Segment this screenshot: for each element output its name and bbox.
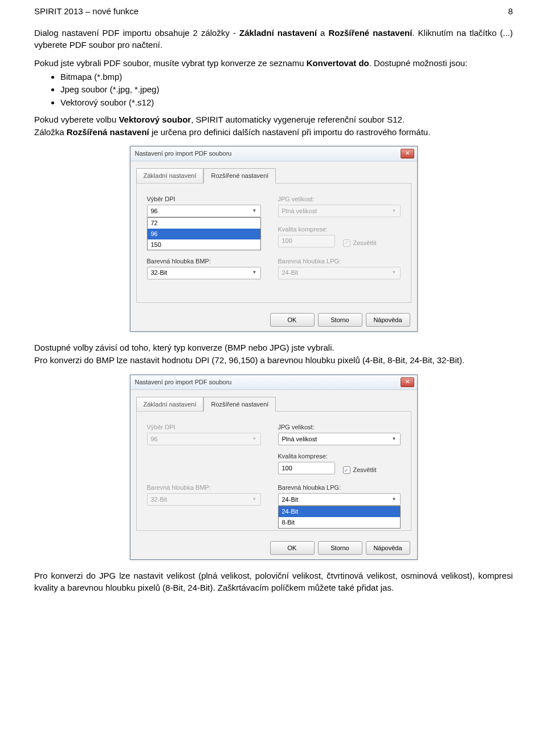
paragraph-5: Dostupné volby závisí od toho, který typ… xyxy=(34,342,513,353)
paragraph-7: Pro konverzi do JPG lze nastavit velikos… xyxy=(34,570,513,594)
lpgdepth-dropdown: 24-Bit 8-Bit xyxy=(278,506,401,529)
jpgvel-combo: Plná velikost ▼ xyxy=(278,205,401,217)
pdf-import-dialog-1: Nastavení pro import PDF souboru ✕ Zákla… xyxy=(130,146,418,332)
lpgdepth-label: Barevná hloubka LPG: xyxy=(278,257,401,266)
ok-button[interactable]: OK xyxy=(270,541,315,555)
kvalita-input[interactable]: 100 xyxy=(278,462,335,474)
checkbox-icon: ✓ xyxy=(343,239,350,247)
bmpdepth-combo: 32-Bit ▼ xyxy=(147,493,261,506)
zesvetlit-checkbox[interactable]: ✓ Zesvětlit xyxy=(343,466,377,474)
chevron-down-icon: ▼ xyxy=(390,494,399,505)
titlebar: Nastavení pro import PDF souboru ✕ xyxy=(130,375,417,390)
paragraph-1: Dialog nastavení PDF importu obsahuje 2 … xyxy=(34,27,513,51)
chevron-down-icon: ▼ xyxy=(250,434,259,444)
kvalita-label: Kvalita komprese: xyxy=(278,225,401,234)
lpgdepth-combo[interactable]: 24-Bit ▼ xyxy=(278,493,401,506)
close-icon[interactable]: ✕ xyxy=(401,377,414,387)
titlebar: Nastavení pro import PDF souboru ✕ xyxy=(130,147,417,161)
tab-row: Základní nastavení Rozšířené nastavení xyxy=(136,397,411,412)
close-icon[interactable]: ✕ xyxy=(401,149,414,158)
button-row: OK Storno Nápověda xyxy=(130,308,417,331)
pdf-import-dialog-2: Nastavení pro import PDF souboru ✕ Zákla… xyxy=(130,375,418,560)
lpgdepth-option[interactable]: 8-Bit xyxy=(279,517,400,528)
dpi-combo[interactable]: 96 ▼ xyxy=(147,205,261,217)
paragraph-3: Pokud vyberete volbu Vektorový soubor, S… xyxy=(34,114,513,125)
chevron-down-icon: ▼ xyxy=(390,268,399,278)
chevron-down-icon: ▼ xyxy=(390,434,399,444)
checkbox-icon: ✓ xyxy=(343,466,350,474)
help-button[interactable]: Nápověda xyxy=(366,313,410,327)
chevron-down-icon: ▼ xyxy=(390,206,399,216)
chevron-down-icon: ▼ xyxy=(250,494,259,505)
tab-advanced[interactable]: Rozšířené nastavení xyxy=(203,168,276,184)
list-item: Jpeg soubor (*.jpg, *.jpeg) xyxy=(60,84,513,95)
tab-advanced[interactable]: Rozšířené nastavení xyxy=(203,397,276,412)
dpi-combo: 96 ▼ xyxy=(147,433,261,445)
cancel-button[interactable]: Storno xyxy=(318,541,362,555)
list-item: Vektorový soubor (*.s12) xyxy=(60,97,513,108)
kvalita-label: Kvalita komprese: xyxy=(278,452,401,461)
button-row: OK Storno Nápověda xyxy=(130,536,417,559)
bullet-list-1: Bitmapa (*.bmp) Jpeg soubor (*.jpg, *.jp… xyxy=(34,71,513,108)
jpgvel-label: JPG velikost: xyxy=(278,195,401,204)
dpi-label: Výběr DPI xyxy=(147,195,261,204)
dpi-label: Výběr DPI xyxy=(147,423,261,432)
ok-button[interactable]: OK xyxy=(270,313,315,327)
tab-panel: Výběr DPI 96 ▼ 72 96 150 JPG xyxy=(136,183,411,303)
chevron-down-icon: ▼ xyxy=(250,268,259,278)
dpi-dropdown: 72 96 150 xyxy=(147,217,261,251)
list-item: Bitmapa (*.bmp) xyxy=(60,71,513,83)
tab-basic[interactable]: Základní nastavení xyxy=(136,397,204,412)
bmpdepth-label: Barevná hloubka BMP: xyxy=(147,257,261,266)
tab-panel: Výběr DPI 96 ▼ JPG velikost: Plná veliko… xyxy=(136,411,411,531)
lpgdepth-option[interactable]: 24-Bit xyxy=(279,506,400,517)
doc-title: SPIRIT 2013 – nové funkce xyxy=(34,6,138,17)
bmpdepth-combo[interactable]: 32-Bit ▼ xyxy=(147,267,261,279)
zesvetlit-checkbox: ✓ Zesvětlit xyxy=(343,239,377,247)
chevron-down-icon: ▼ xyxy=(250,206,259,216)
tab-basic[interactable]: Základní nastavení xyxy=(136,168,204,183)
dialog-title: Nastavení pro import PDF souboru xyxy=(135,149,232,158)
paragraph-6: Pro konverzi do BMP lze nastavit hodnotu… xyxy=(34,355,513,366)
dialog-title: Nastavení pro import PDF souboru xyxy=(135,378,232,387)
dpi-option[interactable]: 96 xyxy=(148,229,260,239)
tab-row: Základní nastavení Rozšířené nastavení xyxy=(136,168,411,183)
dpi-option[interactable]: 72 xyxy=(148,218,260,229)
lpgdepth-label: Barevná hloubka LPG: xyxy=(278,483,401,492)
page-number: 8 xyxy=(508,6,513,17)
bmpdepth-label: Barevná hloubka BMP: xyxy=(147,483,261,492)
dpi-option[interactable]: 150 xyxy=(148,239,260,250)
kvalita-input: 100 xyxy=(278,235,335,247)
lpgdepth-combo: 24-Bit ▼ xyxy=(278,267,401,279)
jpgvel-combo[interactable]: Plná velikost ▼ xyxy=(278,433,401,445)
jpgvel-label: JPG velikost: xyxy=(278,423,401,432)
paragraph-2: Pokud jste vybrali PDF soubor, musíte vy… xyxy=(34,58,513,69)
help-button[interactable]: Nápověda xyxy=(366,541,410,555)
paragraph-4: Záložka Rozšířená nastavení je určena pr… xyxy=(34,127,513,138)
cancel-button[interactable]: Storno xyxy=(318,313,362,327)
doc-header: SPIRIT 2013 – nové funkce 8 xyxy=(34,6,513,17)
